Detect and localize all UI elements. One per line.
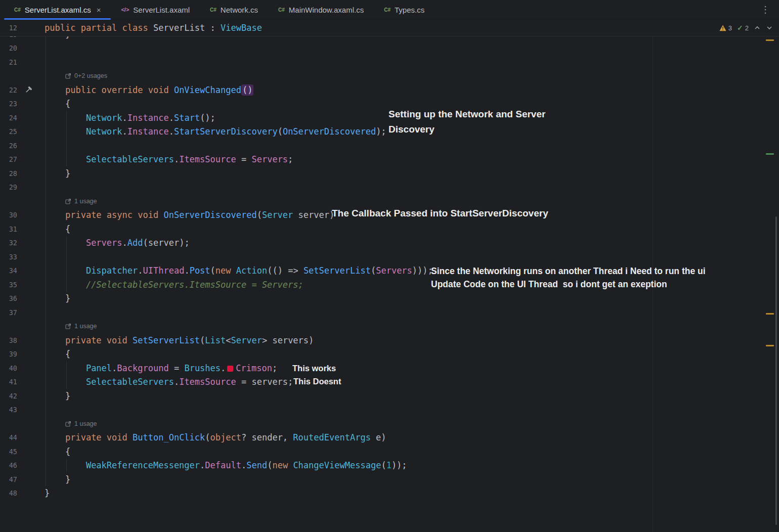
code-row[interactable]: 22 public override void OnViewChanged() <box>0 83 779 97</box>
line-number[interactable]: 32 <box>0 239 17 247</box>
tab-types-cs[interactable]: C# Types.cs <box>374 0 435 19</box>
code-token: List <box>205 335 226 345</box>
sticky-gutter: 12 <box>0 24 45 32</box>
line-number[interactable]: 29 <box>0 183 17 191</box>
inlay-row[interactable]: 1 usage <box>0 194 779 208</box>
line-number[interactable]: 48 <box>0 489 17 497</box>
line-number[interactable]: 46 <box>0 461 17 469</box>
gutter-hammer-icon[interactable] <box>17 86 39 94</box>
code-token: StartServerDiscovery <box>174 126 278 137</box>
analysis-stripe-warning-mark[interactable] <box>766 345 774 346</box>
inlay-row[interactable]: 1 usage <box>0 417 779 431</box>
line-number[interactable]: 26 <box>0 142 17 150</box>
next-problem-chevron-down-icon[interactable] <box>766 24 773 31</box>
code-row[interactable]: 38 private void SetServerList(List<Serve… <box>0 333 779 347</box>
code-token: OnServerDiscovered <box>163 210 256 220</box>
code-row[interactable]: 48} <box>0 486 779 501</box>
line-number[interactable]: 45 <box>0 448 17 456</box>
line-number[interactable]: 43 <box>0 406 17 414</box>
code-row[interactable]: 31 { <box>0 222 779 236</box>
code-row[interactable]: 32 Servers.Add(server); <box>0 236 779 250</box>
line-number[interactable]: 38 <box>0 336 17 344</box>
line-number[interactable]: 44 <box>0 433 17 441</box>
analysis-stripe-warning-mark[interactable] <box>766 39 774 41</box>
code-token: . <box>122 126 127 137</box>
usages-inlay[interactable]: 1 usage <box>65 323 97 330</box>
tab-options-kebab-icon[interactable]: ⋮ <box>752 4 779 15</box>
code-row[interactable]: 29 <box>0 181 779 195</box>
ide-window: C# ServerList.axaml.cs × </> ServerList.… <box>0 0 779 532</box>
line-number[interactable]: 42 <box>0 392 17 400</box>
code-row[interactable]: 42 } <box>0 389 779 403</box>
line-number[interactable]: 36 <box>0 294 17 302</box>
code-token: object <box>210 432 241 442</box>
code-row[interactable]: 19 } <box>0 36 779 41</box>
code-row[interactable]: 41 SelectableServers.ItemsSource = serve… <box>0 375 779 389</box>
gutter: 32 <box>0 239 45 247</box>
code-line: Servers.Add(server); <box>45 238 190 248</box>
line-number[interactable]: 28 <box>0 169 17 178</box>
code-row[interactable]: 36 } <box>0 292 779 306</box>
code-token: ItemsSource <box>179 154 236 164</box>
warnings-indicator[interactable]: 3 <box>719 24 732 32</box>
code-row[interactable]: 39 { <box>0 347 779 362</box>
code-token: Server <box>231 335 262 345</box>
line-number[interactable]: 27 <box>0 155 17 163</box>
code-row[interactable]: 21 <box>0 55 779 69</box>
code-row[interactable]: 33 <box>0 250 779 264</box>
line-number[interactable]: 37 <box>0 308 17 317</box>
csharp-file-icon: C# <box>210 7 217 13</box>
line-number[interactable]: 41 <box>0 378 17 386</box>
code-token: (server); <box>143 238 190 248</box>
scrollbar-thumb[interactable] <box>775 216 777 525</box>
gutter: 36 <box>0 294 45 302</box>
code-row[interactable]: 44 private void Button_OnClick(object? s… <box>0 431 779 445</box>
line-number[interactable]: 21 <box>0 58 17 66</box>
usages-inlay[interactable]: 0+2 usages <box>65 72 107 79</box>
line-number[interactable]: 22 <box>0 86 17 94</box>
line-number[interactable]: 40 <box>0 364 17 372</box>
inlay-row[interactable]: 0+2 usages <box>0 69 779 83</box>
line-number[interactable]: 25 <box>0 127 17 136</box>
analysis-stripe-warning-mark[interactable] <box>766 313 774 315</box>
code-row[interactable]: 27 SelectableServers.ItemsSource = Serve… <box>0 153 779 167</box>
code-row[interactable]: 40 Panel.Background = Brushes.Crimson; <box>0 361 779 375</box>
tab-serverlist-axaml-cs[interactable]: C# ServerList.axaml.cs × <box>4 0 111 19</box>
code-token: ; <box>288 154 293 164</box>
usages-inlay[interactable]: 1 usage <box>65 198 97 205</box>
color-swatch-crimson[interactable] <box>227 366 233 372</box>
code-row[interactable]: 28 } <box>0 166 779 181</box>
tab-network-cs[interactable]: C# Network.cs <box>200 0 268 19</box>
code-row[interactable]: 45 { <box>0 445 779 459</box>
line-number[interactable]: 35 <box>0 281 17 289</box>
tab-serverlist-axaml[interactable]: </> ServerList.axaml <box>111 0 200 19</box>
line-number[interactable]: 24 <box>0 114 17 122</box>
code-token: ( <box>278 126 283 137</box>
code-row[interactable]: 37 <box>0 305 779 320</box>
line-number[interactable]: 30 <box>0 211 17 219</box>
gutter: 33 <box>0 253 45 261</box>
usages-inlay[interactable]: 1 usage <box>65 420 97 427</box>
analysis-stripe-ok-mark[interactable] <box>766 153 774 155</box>
code-row[interactable]: 46 WeakReferenceMessenger.Default.Send(n… <box>0 459 779 473</box>
line-number[interactable]: 23 <box>0 100 17 108</box>
line-number[interactable]: 47 <box>0 475 17 483</box>
code-row[interactable]: 20 <box>0 41 779 56</box>
code-token: . <box>122 238 127 248</box>
line-number[interactable]: 39 <box>0 350 17 358</box>
code-row[interactable]: 47 } <box>0 472 779 486</box>
line-number[interactable]: 20 <box>0 44 17 52</box>
line-number[interactable]: 31 <box>0 225 17 233</box>
gutter: 22 <box>0 86 45 94</box>
line-number[interactable]: 33 <box>0 253 17 261</box>
code-row[interactable]: 43 <box>0 403 779 417</box>
code-token: { <box>45 447 70 457</box>
close-icon[interactable]: × <box>97 6 101 14</box>
inlay-row[interactable]: 1 usage <box>0 320 779 334</box>
tab-mainwindow-axaml-cs[interactable]: C# MainWindow.axaml.cs <box>268 0 374 19</box>
code-token: public partial class <box>45 23 153 33</box>
passed-indicator[interactable]: ✓ 2 <box>737 24 749 32</box>
prev-problem-chevron-up-icon[interactable] <box>754 24 761 31</box>
line-number[interactable]: 34 <box>0 267 17 275</box>
code-row[interactable]: 26 <box>0 139 779 153</box>
